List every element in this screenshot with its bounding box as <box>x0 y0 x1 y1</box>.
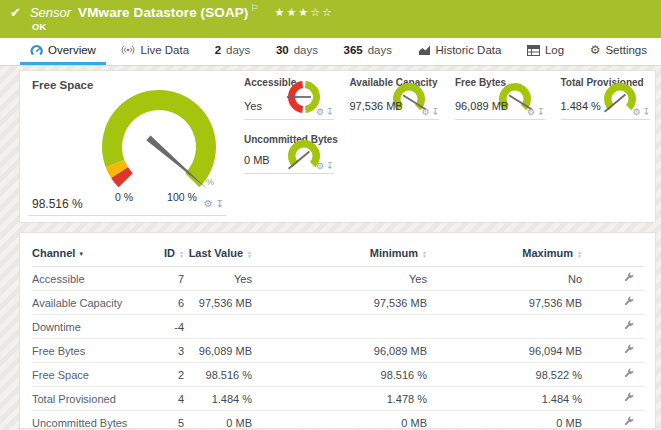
column-header-id[interactable]: ID▲▼ <box>152 242 184 267</box>
priority-stars[interactable]: ★★★☆☆ <box>275 6 334 19</box>
sensor-header: ✔ Sensor VMware Datastore (SOAP) ⚐ ★★★☆☆… <box>0 0 661 38</box>
gear-icon[interactable]: ⚙ <box>204 199 213 209</box>
cell-minimum: 1.478 % <box>252 387 427 411</box>
gear-icon[interactable]: ⚙ <box>421 108 429 117</box>
gauge-panel-available-capacity: Available Capacity97,536 MB⚙↧ <box>350 71 440 120</box>
flag-icon[interactable]: ⚐ <box>250 3 258 13</box>
tab-number: 2 <box>215 44 221 56</box>
cell-id: 3 <box>152 339 184 363</box>
divider <box>28 215 226 216</box>
sensor-title: VMware Datastore (SOAP) <box>78 5 248 20</box>
cell-minimum: 96,089 MB <box>252 339 427 363</box>
cell-channel: Downtime <box>32 315 152 339</box>
cell-maximum: 96,094 MB <box>427 339 582 363</box>
cell-channel: Total Provisioned <box>32 387 152 411</box>
table-row-accessible: Accessible7YesYesNo <box>32 267 644 291</box>
cell-maximum: 1.484 % <box>427 387 582 411</box>
cell-maximum: 98.522 % <box>427 363 582 387</box>
gauge-value: 98.516 % <box>32 197 83 211</box>
gear-icon[interactable]: ⚙ <box>527 108 535 117</box>
table-row-total-provisioned: Total Provisioned41.484 %1.478 %1.484 % <box>32 387 644 411</box>
tab-log[interactable]: Log <box>517 38 574 65</box>
gauge-panel-accessible: AccessibleYes⚙↧ <box>244 71 334 120</box>
channel-settings-icon[interactable] <box>623 344 634 355</box>
sort-icon[interactable]: ▲▼ <box>247 250 252 258</box>
table-row-uncommitted-bytes: Uncommitted Bytes50 MB0 MB0 MB <box>32 411 644 430</box>
gauge-unit-label: % <box>206 177 214 187</box>
sort-icon[interactable]: ▲▼ <box>577 250 582 258</box>
tab-bar: Overview Live Data 2 days 30 days 365 da… <box>0 38 661 66</box>
cell-minimum: 98.516 % <box>252 363 427 387</box>
gauge-value: 97,536 MB <box>350 100 403 112</box>
cell-maximum: 97,536 MB <box>427 291 582 315</box>
gauge-value: 0 MB <box>244 154 270 166</box>
cell-last-value <box>184 315 252 339</box>
cell-channel: Free Space <box>32 363 152 387</box>
column-header-channel[interactable]: Channel▾ <box>32 242 152 267</box>
column-header-maximum[interactable]: Maximum▲▼ <box>427 242 582 267</box>
tab-settings[interactable]: ⚙ Settings <box>580 38 657 65</box>
gear-icon[interactable]: ⚙ <box>316 162 324 171</box>
pin-icon[interactable]: ↧ <box>216 199 224 209</box>
cell-maximum: 0 MB <box>427 411 582 430</box>
cell-last-value: 97,536 MB <box>184 291 252 315</box>
cell-minimum <box>252 315 427 339</box>
gauge-value: Yes <box>244 100 262 112</box>
cell-maximum: No <box>427 267 582 291</box>
tab-historic-data[interactable]: Historic Data <box>408 38 512 65</box>
bar-chart-icon <box>418 44 431 56</box>
cell-minimum: 0 MB <box>252 411 427 430</box>
gauge-icon <box>30 44 43 57</box>
gauge-panel-uncommitted-bytes: Uncommitted Bytes0 MB⚙↧ <box>244 128 334 174</box>
live-signal-icon <box>121 44 135 56</box>
cell-last-value: Yes <box>184 267 252 291</box>
pin-icon[interactable]: ↧ <box>326 108 334 117</box>
table-row-free-bytes: Free Bytes396,089 MB96,089 MB96,094 MB <box>32 339 644 363</box>
pin-icon[interactable]: ↧ <box>431 108 439 117</box>
column-header-minimum[interactable]: Minimum▲▼ <box>252 242 427 267</box>
status-badge: OK <box>32 21 661 32</box>
gauge-panel-free-bytes: Free Bytes96,089 MB⚙↧ <box>455 71 545 120</box>
cell-id: 4 <box>152 387 184 411</box>
gauge-panel-total-provisioned: Total Provisioned1.484 %⚙↧ <box>561 71 651 120</box>
channel-settings-icon[interactable] <box>623 368 634 379</box>
cell-last-value: 98.516 % <box>184 363 252 387</box>
cell-maximum <box>427 315 582 339</box>
channel-settings-icon[interactable] <box>623 392 634 403</box>
tab-365-days[interactable]: 365 days <box>334 38 402 65</box>
cell-minimum: Yes <box>252 267 427 291</box>
sort-icon[interactable]: ▲▼ <box>422 250 427 258</box>
tab-overview[interactable]: Overview <box>20 38 106 65</box>
tab-number: 30 <box>276 44 289 56</box>
pin-icon[interactable]: ↧ <box>537 108 545 117</box>
pin-icon[interactable]: ↧ <box>326 162 334 171</box>
tab-2-days[interactable]: 2 days <box>205 38 261 65</box>
table-header-row: Channel▾ ID▲▼ Last Value▲▼ Minimum▲▼ Max… <box>32 242 644 267</box>
tab-30-days[interactable]: 30 days <box>266 38 328 65</box>
channels-table: Channel▾ ID▲▼ Last Value▲▼ Minimum▲▼ Max… <box>32 242 644 430</box>
channel-settings-icon[interactable] <box>623 416 634 427</box>
gear-icon[interactable]: ⚙ <box>632 108 640 117</box>
gauge-max-label: 100 % <box>160 191 204 203</box>
tab-number: 365 <box>344 44 363 56</box>
tab-label: Historic Data <box>436 44 502 56</box>
cell-id: 7 <box>152 267 184 291</box>
cell-minimum: 97,536 MB <box>252 291 427 315</box>
tab-label: days <box>294 44 318 56</box>
gauges-panel: Free Space 0 % 100 % % 98.516 % ⚙ ↧ Acce… <box>19 70 656 223</box>
channel-settings-icon[interactable] <box>623 296 634 307</box>
tab-live-data[interactable]: Live Data <box>111 38 199 65</box>
channel-settings-icon[interactable] <box>623 272 634 283</box>
column-header-actions <box>582 242 644 267</box>
cell-id: -4 <box>152 315 184 339</box>
table-row-available-capacity: Available Capacity697,536 MB97,536 MB97,… <box>32 291 644 315</box>
mini-gauges-grid: AccessibleYes⚙↧Available Capacity97,536 … <box>230 71 650 222</box>
free-space-gauge-panel: Free Space 0 % 100 % % 98.516 % ⚙ ↧ <box>20 71 232 222</box>
cell-channel: Available Capacity <box>32 291 152 315</box>
channel-settings-icon[interactable] <box>623 320 634 331</box>
channels-panel: Channel▾ ID▲▼ Last Value▲▼ Minimum▲▼ Max… <box>19 232 656 429</box>
column-header-last-value[interactable]: Last Value▲▼ <box>184 242 252 267</box>
gear-icon[interactable]: ⚙ <box>316 108 324 117</box>
pin-icon[interactable]: ↧ <box>642 108 650 117</box>
sort-icon[interactable]: ▲▼ <box>179 250 184 258</box>
